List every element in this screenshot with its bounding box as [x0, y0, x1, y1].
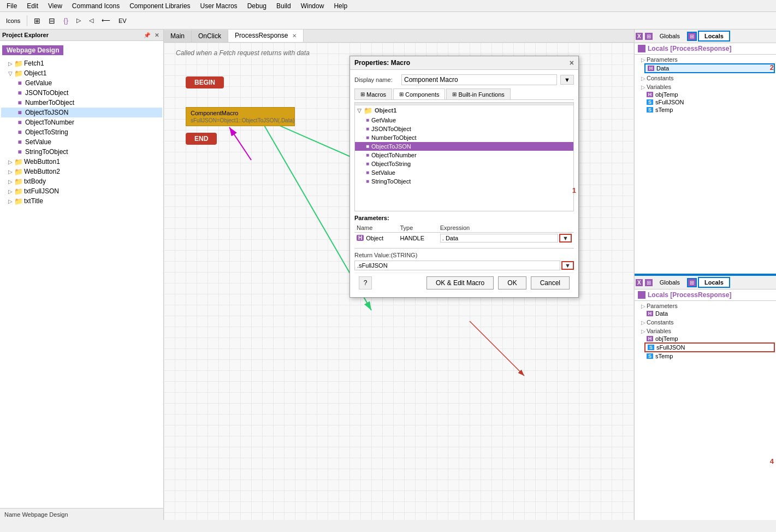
component-item-numbertoobject[interactable]: ■ NumberToObject — [355, 133, 573, 142]
param-expr-input[interactable] — [440, 234, 558, 243]
locals-tab-locals-top[interactable]: Locals — [698, 31, 730, 42]
tree-toggle-txttitle[interactable]: ▷ — [7, 197, 14, 205]
component-item-jsontoobject[interactable]: ■ JSONToObject — [355, 125, 573, 133]
menu-build[interactable]: Build — [272, 1, 295, 11]
flow-end-block[interactable]: END — [186, 133, 217, 145]
menu-file[interactable]: File — [2, 1, 21, 11]
return-value-input[interactable] — [354, 261, 560, 270]
toolbar-btn-4[interactable]: ▷ — [73, 15, 85, 26]
param-expr-cell-td: ▼ — [438, 232, 574, 244]
tree-toggle-txtbody[interactable]: ▷ — [7, 178, 14, 185]
menu-user-macros[interactable]: User Macros — [196, 1, 242, 11]
locals-item-objtemp-bottom[interactable]: H objTemp — [644, 335, 775, 342]
cancel-button[interactable]: Cancel — [531, 276, 570, 289]
display-name-input[interactable] — [401, 74, 557, 85]
ok-button[interactable]: OK — [498, 276, 526, 289]
locals-icon-bottom: ⊞ — [687, 278, 697, 287]
badge-h-data-top: H — [648, 66, 654, 71]
menu-window[interactable]: Window — [297, 1, 329, 11]
menu-edit[interactable]: Edit — [22, 1, 43, 11]
help-button[interactable]: ? — [359, 276, 372, 289]
macro-tab-macros[interactable]: ⊞ Macros — [354, 88, 392, 99]
component-item-setvalue[interactable]: ■ SetValue — [355, 168, 573, 177]
tree-item-objecttojson[interactable]: ■ ObjectToJSON — [1, 108, 162, 117]
component-list[interactable]: ▽ 📁 Object1 ■ GetValue ■ JSONToObject — [354, 102, 574, 211]
locals-item-data-top[interactable]: H Data — [644, 63, 775, 73]
canvas-area[interactable]: Called when a Fetch request returns with… — [164, 43, 634, 520]
locals-tab-globals-top[interactable]: Globals — [654, 31, 686, 41]
menu-component-libraries[interactable]: Component Libraries — [125, 1, 194, 11]
panel-pin-icon[interactable]: 📌 — [143, 31, 151, 39]
toolbar-btn-3[interactable]: {} — [60, 15, 72, 26]
locals-item-sfulljson-top[interactable]: S sFullJSON — [644, 98, 775, 106]
toolbar-icons-btn[interactable]: Icons — [2, 16, 24, 26]
locals-item-data-bottom[interactable]: H Data — [644, 310, 775, 317]
panel-close-icon[interactable]: ✕ — [152, 31, 161, 39]
toolbar-btn-5[interactable]: ◁ — [85, 15, 97, 26]
tree-item-object1[interactable]: ▽ 📁 Object1 — [1, 68, 162, 78]
tab-close-icon[interactable]: ✕ — [292, 33, 297, 39]
tree-toggle-webbutton1[interactable]: ▷ — [7, 158, 14, 165]
locals-tab-locals-bottom[interactable]: Locals — [698, 277, 730, 288]
menu-view[interactable]: View — [44, 1, 67, 11]
tree-item-stringtoobject[interactable]: ■ StringToObject — [1, 147, 162, 157]
param-expr-dropdown-btn[interactable]: ▼ — [559, 234, 572, 243]
tree-item-txtfulljson[interactable]: ▷ 📁 txtFullJSON — [1, 186, 162, 196]
tab-main[interactable]: Main — [164, 30, 192, 42]
locals-tab-globals-bottom[interactable]: Globals — [654, 277, 686, 287]
tree-item-setvalue[interactable]: ■ SetValue — [1, 137, 162, 147]
component-item-objecttonumber[interactable]: ■ ObjectToNumber — [355, 151, 573, 159]
tree-item-txttitle[interactable]: ▷ 📁 txtTitle — [1, 196, 162, 206]
locals-tree-top: ▷ Parameters H Data ▷ Constants — [635, 55, 776, 116]
tree-item-getvalue[interactable]: ■ GetValue — [1, 78, 162, 88]
return-dropdown-btn[interactable]: ▼ — [561, 261, 574, 270]
tree-item-webbutton2[interactable]: ▷ 📁 WebButton2 — [1, 167, 162, 176]
folder-icon-txtbody: 📁 — [14, 177, 23, 186]
toolbar-btn-7[interactable]: EV — [115, 16, 131, 26]
locals-header-bottom: X ⊞ Globals ⊞ Locals — [635, 276, 776, 289]
variables-label-top: Variables — [647, 84, 671, 90]
folder-expand-icon: ▽ — [357, 108, 362, 114]
toolbar-btn-2[interactable]: ⊟ — [45, 15, 59, 27]
tree-item-fetch1[interactable]: ▷ 📁 Fetch1 — [1, 58, 162, 68]
display-name-dropdown[interactable]: ▼ — [560, 75, 574, 85]
locals-item-stemp-top[interactable]: S sTemp — [644, 106, 775, 114]
component-item-stringtoobject[interactable]: ■ StringToObject — [355, 177, 573, 186]
dialog-close-btn[interactable]: × — [570, 58, 574, 67]
item-icon-objecttojson-sel: ■ — [366, 143, 369, 149]
tree-item-objecttonumber[interactable]: ■ ObjectToNumber — [1, 117, 162, 127]
ok-edit-macro-button[interactable]: OK & Edit Macro — [426, 276, 494, 289]
flow-begin-block[interactable]: BEGIN — [186, 76, 224, 88]
component-item-objecttostring[interactable]: ■ ObjectToString — [355, 159, 573, 168]
tree-item-objecttostring[interactable]: ■ ObjectToString — [1, 127, 162, 137]
tree-item-numbertoobject[interactable]: ■ NumberToObject — [1, 98, 162, 108]
tree-item-txtbody[interactable]: ▷ 📁 txtBody — [1, 176, 162, 186]
menu-help[interactable]: Help — [329, 1, 352, 11]
panel-header-icons: 📌 ✕ — [143, 31, 161, 39]
menu-command-icons[interactable]: Command Icons — [68, 1, 124, 11]
component-item-objecttojson[interactable]: ■ ObjectToJSON — [355, 142, 573, 151]
locals-item-stemp-bottom[interactable]: S sTemp — [644, 352, 775, 360]
toolbar-btn-1[interactable]: ⊞ — [30, 15, 44, 27]
locals-item-sfulljson-bottom[interactable]: S sFullJSON — [644, 342, 775, 352]
icon-objecttonumber: ■ — [15, 118, 24, 127]
item-label-stemp-top: sTemp — [655, 107, 673, 113]
locals-section-variables-bottom: ▷ Variables H objTemp S sFullJSON S sTem… — [640, 327, 775, 360]
tree-toggle-fetch1[interactable]: ▷ — [7, 60, 14, 67]
tab-onclick[interactable]: OnClick — [192, 30, 228, 42]
params-label: Parameters: — [354, 215, 574, 221]
component-item-getvalue[interactable]: ■ GetValue — [355, 116, 573, 125]
menu-debug[interactable]: Debug — [243, 1, 271, 11]
tree-item-webbutton1[interactable]: ▷ 📁 WebButton1 — [1, 157, 162, 167]
flow-component-block[interactable]: ComponentMacro sFullJSON=Object1::Object… — [186, 107, 295, 126]
tree-toggle-object1[interactable]: ▽ — [7, 69, 14, 77]
tree-toggle-webbutton2[interactable]: ▷ — [7, 168, 14, 175]
tree-item-jsontoobject[interactable]: ■ JSONToObject — [1, 88, 162, 98]
macro-tab-builtin[interactable]: ⊞ Built-in Functions — [446, 88, 510, 99]
locals-item-objtemp-top[interactable]: H objTemp — [644, 91, 775, 98]
tree-toggle-txtfulljson[interactable]: ▷ — [7, 187, 14, 195]
macro-tab-components[interactable]: ⊞ Components — [393, 88, 445, 99]
item-label-objtemp-top: objTemp — [655, 91, 678, 98]
tab-processresponse[interactable]: ProcessResponse ✕ — [228, 29, 304, 42]
toolbar-btn-6[interactable]: ⟵ — [98, 15, 114, 26]
